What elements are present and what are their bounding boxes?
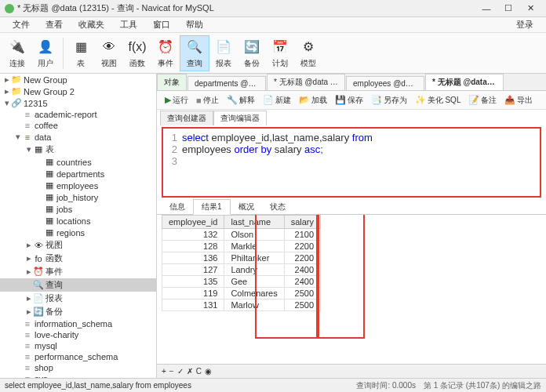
toolbar-表[interactable]: ▦表 <box>67 36 95 71</box>
tree-item-academic-report[interactable]: ≡academic-report <box>0 109 156 120</box>
result-tab-信息[interactable]: 信息 <box>162 200 193 214</box>
menu-工具[interactable]: 工具 <box>112 19 145 31</box>
tab[interactable]: departments @dat... <box>187 76 266 90</box>
toolbar-用户[interactable]: 👤用户 <box>31 36 60 71</box>
result-tab-概况[interactable]: 概况 <box>231 200 262 214</box>
menu-收藏夹[interactable]: 收藏夹 <box>71 19 112 31</box>
action-保存[interactable]: 💾保存 <box>332 93 366 107</box>
action-新建[interactable]: 📄新建 <box>260 93 294 107</box>
tree-item-performance_schema[interactable]: ≡performance_schema <box>0 351 156 362</box>
table-row[interactable]: 131Marlow2500 <box>162 299 321 311</box>
tree-item-information_schema[interactable]: ≡information_schema <box>0 318 156 329</box>
column-header[interactable]: employee_id <box>162 216 224 229</box>
tree-item-备份[interactable]: ▸🔄备份 <box>0 305 156 318</box>
toolbar-备份[interactable]: 🔄备份 <box>238 36 266 71</box>
解释-icon: 🔧 <box>227 95 238 105</box>
nav-button[interactable]: C <box>196 367 202 376</box>
action-停止[interactable]: ■停止 <box>193 93 222 107</box>
table-row[interactable]: 127Landry2400 <box>162 264 321 276</box>
tree-item-jobs[interactable]: ▦jobs <box>0 203 156 215</box>
导出-icon: 📤 <box>504 95 515 105</box>
tab[interactable]: * 无标题 @data (12... <box>267 74 345 90</box>
nav-button[interactable]: ✗ <box>187 367 193 376</box>
action-运行[interactable]: ▶运行 <box>162 93 191 107</box>
toolbar-计划[interactable]: 📅计划 <box>266 36 294 71</box>
table-row[interactable]: 135Gee2400 <box>162 276 321 288</box>
nav-button[interactable]: + <box>162 367 166 376</box>
tree-item-mysql[interactable]: ≡mysql <box>0 340 156 351</box>
tree-item-coffee[interactable]: ≡coffee <box>0 120 156 131</box>
result-tab-结果1[interactable]: 结果1 <box>193 199 231 215</box>
expand-icon[interactable]: ▸ <box>25 293 33 303</box>
expand-icon[interactable]: ▾ <box>14 132 22 142</box>
sidebar-tree[interactable]: ▸📁New Group▸📁New Group 2▾🔗12315≡academic… <box>0 74 157 378</box>
expand-icon[interactable]: ▸ <box>25 267 33 277</box>
minimize-button[interactable]: — <box>475 4 497 13</box>
close-button[interactable]: ✕ <box>519 3 541 13</box>
tree-item-New Group[interactable]: ▸📁New Group <box>0 74 156 85</box>
tree-item-employees[interactable]: ▦employees <box>0 180 156 191</box>
tree-item-New Group 2[interactable]: ▸📁New Group 2 <box>0 85 156 97</box>
editor-tab[interactable]: 查询创建器 <box>160 111 213 125</box>
tree-item-视图[interactable]: ▸👁视图 <box>0 238 156 252</box>
nav-button[interactable]: ✓ <box>177 367 184 376</box>
action-美化 SQL[interactable]: ✨美化 SQL <box>412 93 464 107</box>
expand-icon[interactable]: ▸ <box>25 253 33 263</box>
tree-item-12315[interactable]: ▾🔗12315 <box>0 97 156 109</box>
tree-item-事件[interactable]: ▸⏰事件 <box>0 265 156 278</box>
toolbar-模型[interactable]: ⚙模型 <box>294 36 322 71</box>
action-备注[interactable]: 📝备注 <box>465 93 500 107</box>
tree-item-countries[interactable]: ▦countries <box>0 156 156 168</box>
tree-item-love-charity[interactable]: ≡love-charity <box>0 329 156 340</box>
node-icon: ≡ <box>22 330 33 339</box>
result-tab-状态[interactable]: 状态 <box>262 200 293 214</box>
result-grid[interactable]: employee_idlast_namesalary132Olson210012… <box>162 215 321 311</box>
menu-文件[interactable]: 文件 <box>5 19 38 31</box>
tab[interactable]: * 无标题 @data (12... <box>425 74 504 90</box>
tree-item-shop[interactable]: ≡shop <box>0 362 156 373</box>
expand-icon[interactable]: ▸ <box>25 307 33 317</box>
tab[interactable]: 对象 <box>157 74 187 90</box>
expand-icon[interactable]: ▸ <box>3 86 11 96</box>
nav-button[interactable]: − <box>169 367 174 376</box>
maximize-button[interactable]: ☐ <box>497 3 519 13</box>
action-解释[interactable]: 🔧解释 <box>224 93 258 107</box>
tree-item-departments[interactable]: ▦departments <box>0 168 156 180</box>
tab[interactable]: employees @data (... <box>346 76 424 90</box>
table-row[interactable]: 119Colmenares2500 <box>162 288 321 299</box>
expand-icon[interactable]: ▾ <box>3 98 11 108</box>
tree-item-sys[interactable]: ≡sys <box>0 373 156 378</box>
column-header[interactable]: last_name <box>224 216 284 229</box>
expand-icon[interactable]: ▾ <box>25 144 33 154</box>
editor-tab[interactable]: 查询编辑器 <box>213 111 267 125</box>
tree-item-表[interactable]: ▾▦表 <box>0 143 156 156</box>
menu-查看[interactable]: 查看 <box>38 19 71 31</box>
expand-icon[interactable]: ▸ <box>25 240 33 250</box>
menu-窗口[interactable]: 窗口 <box>145 19 178 31</box>
table-row[interactable]: 136Philtanker2200 <box>162 252 321 264</box>
action-加载[interactable]: 📂加载 <box>296 93 330 107</box>
column-header[interactable]: salary <box>284 216 320 229</box>
toolbar-函数[interactable]: f(x)函数 <box>123 36 151 71</box>
nav-button[interactable]: ◉ <box>205 367 212 376</box>
toolbar-视图[interactable]: 👁视图 <box>95 36 123 71</box>
toolbar-事件[interactable]: ⏰事件 <box>151 36 180 71</box>
login-link[interactable]: 登录 <box>508 19 541 31</box>
sql-editor[interactable]: 1select employee_id,last_name,salary fro… <box>162 127 541 198</box>
tree-item-报表[interactable]: ▸📄报表 <box>0 292 156 305</box>
action-另存为[interactable]: 📑另存为 <box>368 93 410 107</box>
tree-item-regions[interactable]: ▦regions <box>0 227 156 238</box>
menu-帮助[interactable]: 帮助 <box>178 19 211 31</box>
table-row[interactable]: 128Markle2200 <box>162 241 321 252</box>
tree-item-查询[interactable]: 🔍查询 <box>0 278 156 292</box>
toolbar-查询[interactable]: 🔍查询 <box>180 35 209 71</box>
expand-icon[interactable]: ▸ <box>3 74 11 85</box>
table-row[interactable]: 132Olson2100 <box>162 229 321 241</box>
tree-item-job_history[interactable]: ▦job_history <box>0 191 156 203</box>
tree-item-locations[interactable]: ▦locations <box>0 215 156 227</box>
toolbar-连接[interactable]: 🔌连接 <box>3 36 31 71</box>
action-导出[interactable]: 📤导出 <box>501 93 536 107</box>
tree-item-函数[interactable]: ▸fo函数 <box>0 252 156 265</box>
toolbar-报表[interactable]: 📄报表 <box>209 36 238 71</box>
tree-item-data[interactable]: ▾≡data <box>0 131 156 143</box>
